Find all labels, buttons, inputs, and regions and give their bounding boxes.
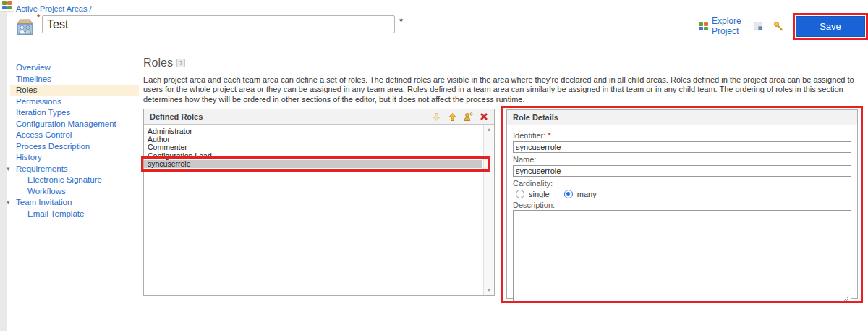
project-name-input[interactable] <box>42 15 395 33</box>
cardinality-options: single many <box>513 190 851 198</box>
role-list-item[interactable]: Author <box>144 135 482 143</box>
radio-single-label[interactable]: single <box>529 190 550 198</box>
role-list-item[interactable]: Commenter <box>144 143 482 151</box>
sidebar-item-team-invitation[interactable]: ▾ Team Invitation <box>16 197 143 209</box>
name-label: Name: <box>513 155 851 164</box>
app-grid-icon <box>2 1 12 9</box>
explore-project-link[interactable]: Explore Project <box>699 16 743 36</box>
sidebar-item-requirements[interactable]: ▾ Requirements <box>16 164 143 175</box>
sidebar-item-process-description[interactable]: Process Description <box>16 141 143 153</box>
required-marker: * <box>548 131 550 140</box>
radio-many[interactable] <box>564 190 573 198</box>
sidebar-item-iteration-types[interactable]: Iteration Types <box>16 107 143 119</box>
sidebar-item-configuration-management[interactable]: Configuration Management <box>16 119 143 130</box>
key-icon[interactable] <box>773 21 784 32</box>
sidebar-item-electronic-signature[interactable]: Electronic Signature <box>16 175 143 186</box>
defined-roles-header: Defined Roles <box>144 109 494 125</box>
defined-roles-toolbar <box>432 112 488 122</box>
save-button[interactable]: Save <box>796 16 865 37</box>
sidebar-item-overview[interactable]: Overview <box>16 62 143 74</box>
role-list-item[interactable]: Administrator <box>144 127 482 135</box>
radio-many-label[interactable]: many <box>577 190 597 198</box>
role-list-item-selected[interactable]: syncuserrole <box>144 160 482 168</box>
required-marker: * <box>37 13 40 22</box>
roles-description: Each project area and each team area can… <box>143 75 855 104</box>
move-role-down-icon[interactable] <box>432 112 441 122</box>
roles-list-scrollbar[interactable]: ▲ ▼ <box>483 125 494 295</box>
description-label: Description: <box>513 201 851 209</box>
editor-sidebar: Overview Timelines Roles Permissions Ite… <box>16 62 143 219</box>
role-list-item[interactable]: Configuration Lead <box>144 152 482 160</box>
sidebar-item-permissions[interactable]: Permissions <box>16 96 143 108</box>
sidebar-item-timelines[interactable]: Timelines <box>16 74 143 85</box>
project-area-icon <box>15 17 35 36</box>
identifier-input[interactable] <box>513 141 851 153</box>
scroll-up-icon[interactable]: ▲ <box>484 127 494 132</box>
header-actions: Explore Project Save <box>699 12 868 40</box>
explore-project-icon <box>699 22 708 30</box>
description-textarea[interactable] <box>513 210 851 303</box>
scroll-down-icon[interactable]: ▼ <box>484 288 494 293</box>
sidebar-item-roles[interactable]: Roles <box>10 85 139 96</box>
role-details-panel: Role Details Identifier:* Name: Cardinal… <box>506 109 858 299</box>
project-area-editor: Active Project Areas / * * Explore Proje… <box>0 0 868 331</box>
sidebar-item-email-template[interactable]: Email Template <box>16 209 143 220</box>
unsaved-changes-marker: * <box>399 16 403 27</box>
move-role-up-icon[interactable] <box>448 112 457 122</box>
delete-role-icon[interactable] <box>480 112 488 121</box>
defined-roles-list: Administrator Author Commenter Configura… <box>144 125 494 295</box>
defined-roles-panel: Defined Roles <box>143 109 495 296</box>
sidebar-item-workflows[interactable]: Workflows <box>16 186 143 198</box>
collapse-twisty-icon[interactable]: ▾ <box>7 197 10 209</box>
name-input[interactable] <box>513 165 851 177</box>
collapse-twisty-icon[interactable]: ▾ <box>7 164 10 175</box>
add-role-icon[interactable] <box>464 112 473 122</box>
process-source-icon[interactable] <box>753 21 763 31</box>
resize-grip-icon[interactable] <box>843 295 850 301</box>
identifier-label: Identifier:* <box>513 131 851 140</box>
sidebar-item-history[interactable]: History <box>16 152 143 164</box>
page-title: Roles? <box>143 56 185 70</box>
role-details-header: Role Details <box>507 110 857 125</box>
radio-single[interactable] <box>516 190 524 198</box>
sidebar-item-access-control[interactable]: Access Control <box>16 130 143 141</box>
save-highlight-annotation: Save <box>793 13 868 40</box>
breadcrumb[interactable]: Active Project Areas / <box>16 4 92 13</box>
help-icon[interactable]: ? <box>176 59 185 67</box>
cardinality-label: Cardinality: <box>513 179 851 188</box>
app-logo[interactable] <box>0 0 14 12</box>
